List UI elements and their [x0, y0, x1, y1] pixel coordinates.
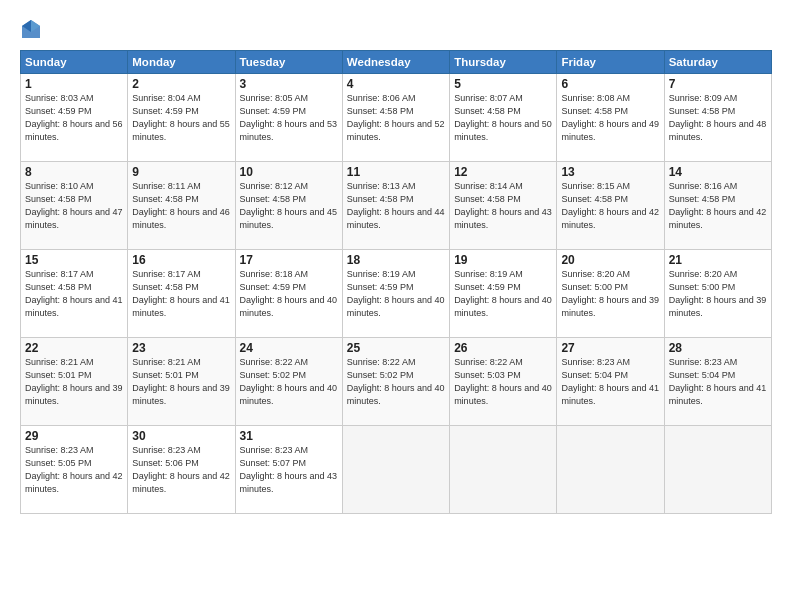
day-number: 16 [132, 253, 230, 267]
day-number: 17 [240, 253, 338, 267]
day-info: Sunrise: 8:23 AMSunset: 5:04 PMDaylight:… [669, 357, 767, 406]
table-row: 31 Sunrise: 8:23 AMSunset: 5:07 PMDaylig… [235, 426, 342, 514]
day-info: Sunrise: 8:13 AMSunset: 4:58 PMDaylight:… [347, 181, 445, 230]
day-info: Sunrise: 8:16 AMSunset: 4:58 PMDaylight:… [669, 181, 767, 230]
day-info: Sunrise: 8:14 AMSunset: 4:58 PMDaylight:… [454, 181, 552, 230]
day-info: Sunrise: 8:22 AMSunset: 5:02 PMDaylight:… [347, 357, 445, 406]
day-number: 25 [347, 341, 445, 355]
table-row: 5 Sunrise: 8:07 AMSunset: 4:58 PMDayligh… [450, 74, 557, 162]
table-row: 17 Sunrise: 8:18 AMSunset: 4:59 PMDaylig… [235, 250, 342, 338]
weekday-header-tuesday: Tuesday [235, 51, 342, 74]
day-info: Sunrise: 8:12 AMSunset: 4:58 PMDaylight:… [240, 181, 338, 230]
day-info: Sunrise: 8:06 AMSunset: 4:58 PMDaylight:… [347, 93, 445, 142]
day-info: Sunrise: 8:10 AMSunset: 4:58 PMDaylight:… [25, 181, 123, 230]
table-row: 3 Sunrise: 8:05 AMSunset: 4:59 PMDayligh… [235, 74, 342, 162]
day-number: 18 [347, 253, 445, 267]
table-row: 26 Sunrise: 8:22 AMSunset: 5:03 PMDaylig… [450, 338, 557, 426]
calendar-week-5: 29 Sunrise: 8:23 AMSunset: 5:05 PMDaylig… [21, 426, 772, 514]
table-row: 9 Sunrise: 8:11 AMSunset: 4:58 PMDayligh… [128, 162, 235, 250]
day-number: 22 [25, 341, 123, 355]
weekday-header-wednesday: Wednesday [342, 51, 449, 74]
day-number: 15 [25, 253, 123, 267]
generalblue-icon [20, 18, 42, 40]
day-number: 26 [454, 341, 552, 355]
table-row: 29 Sunrise: 8:23 AMSunset: 5:05 PMDaylig… [21, 426, 128, 514]
header [20, 18, 772, 40]
table-row: 14 Sunrise: 8:16 AMSunset: 4:58 PMDaylig… [664, 162, 771, 250]
day-number: 12 [454, 165, 552, 179]
table-row: 1 Sunrise: 8:03 AMSunset: 4:59 PMDayligh… [21, 74, 128, 162]
day-info: Sunrise: 8:09 AMSunset: 4:58 PMDaylight:… [669, 93, 767, 142]
day-number: 13 [561, 165, 659, 179]
day-info: Sunrise: 8:15 AMSunset: 4:58 PMDaylight:… [561, 181, 659, 230]
day-info: Sunrise: 8:23 AMSunset: 5:04 PMDaylight:… [561, 357, 659, 406]
weekday-header-sunday: Sunday [21, 51, 128, 74]
day-number: 9 [132, 165, 230, 179]
table-row: 7 Sunrise: 8:09 AMSunset: 4:58 PMDayligh… [664, 74, 771, 162]
calendar-week-4: 22 Sunrise: 8:21 AMSunset: 5:01 PMDaylig… [21, 338, 772, 426]
day-info: Sunrise: 8:21 AMSunset: 5:01 PMDaylight:… [25, 357, 123, 406]
table-row: 24 Sunrise: 8:22 AMSunset: 5:02 PMDaylig… [235, 338, 342, 426]
day-number: 3 [240, 77, 338, 91]
day-number: 4 [347, 77, 445, 91]
calendar-week-2: 8 Sunrise: 8:10 AMSunset: 4:58 PMDayligh… [21, 162, 772, 250]
day-number: 2 [132, 77, 230, 91]
day-info: Sunrise: 8:22 AMSunset: 5:02 PMDaylight:… [240, 357, 338, 406]
day-number: 29 [25, 429, 123, 443]
day-info: Sunrise: 8:07 AMSunset: 4:58 PMDaylight:… [454, 93, 552, 142]
page: SundayMondayTuesdayWednesdayThursdayFrid… [0, 0, 792, 612]
table-row: 11 Sunrise: 8:13 AMSunset: 4:58 PMDaylig… [342, 162, 449, 250]
table-row: 27 Sunrise: 8:23 AMSunset: 5:04 PMDaylig… [557, 338, 664, 426]
table-row: 12 Sunrise: 8:14 AMSunset: 4:58 PMDaylig… [450, 162, 557, 250]
day-info: Sunrise: 8:17 AMSunset: 4:58 PMDaylight:… [132, 269, 230, 318]
table-row: 20 Sunrise: 8:20 AMSunset: 5:00 PMDaylig… [557, 250, 664, 338]
table-row [664, 426, 771, 514]
day-number: 24 [240, 341, 338, 355]
day-number: 27 [561, 341, 659, 355]
day-number: 14 [669, 165, 767, 179]
day-number: 7 [669, 77, 767, 91]
day-info: Sunrise: 8:22 AMSunset: 5:03 PMDaylight:… [454, 357, 552, 406]
day-info: Sunrise: 8:19 AMSunset: 4:59 PMDaylight:… [347, 269, 445, 318]
day-info: Sunrise: 8:20 AMSunset: 5:00 PMDaylight:… [669, 269, 767, 318]
day-number: 19 [454, 253, 552, 267]
day-info: Sunrise: 8:04 AMSunset: 4:59 PMDaylight:… [132, 93, 230, 142]
table-row: 23 Sunrise: 8:21 AMSunset: 5:01 PMDaylig… [128, 338, 235, 426]
day-number: 1 [25, 77, 123, 91]
day-info: Sunrise: 8:23 AMSunset: 5:06 PMDaylight:… [132, 445, 230, 494]
table-row: 13 Sunrise: 8:15 AMSunset: 4:58 PMDaylig… [557, 162, 664, 250]
table-row: 19 Sunrise: 8:19 AMSunset: 4:59 PMDaylig… [450, 250, 557, 338]
table-row: 2 Sunrise: 8:04 AMSunset: 4:59 PMDayligh… [128, 74, 235, 162]
day-number: 28 [669, 341, 767, 355]
weekday-header-saturday: Saturday [664, 51, 771, 74]
table-row: 18 Sunrise: 8:19 AMSunset: 4:59 PMDaylig… [342, 250, 449, 338]
day-number: 10 [240, 165, 338, 179]
day-info: Sunrise: 8:20 AMSunset: 5:00 PMDaylight:… [561, 269, 659, 318]
day-info: Sunrise: 8:18 AMSunset: 4:59 PMDaylight:… [240, 269, 338, 318]
table-row [450, 426, 557, 514]
day-number: 21 [669, 253, 767, 267]
day-number: 23 [132, 341, 230, 355]
day-info: Sunrise: 8:03 AMSunset: 4:59 PMDaylight:… [25, 93, 123, 142]
day-number: 31 [240, 429, 338, 443]
table-row: 4 Sunrise: 8:06 AMSunset: 4:58 PMDayligh… [342, 74, 449, 162]
day-number: 20 [561, 253, 659, 267]
table-row: 30 Sunrise: 8:23 AMSunset: 5:06 PMDaylig… [128, 426, 235, 514]
day-number: 6 [561, 77, 659, 91]
day-info: Sunrise: 8:11 AMSunset: 4:58 PMDaylight:… [132, 181, 230, 230]
table-row: 22 Sunrise: 8:21 AMSunset: 5:01 PMDaylig… [21, 338, 128, 426]
table-row: 16 Sunrise: 8:17 AMSunset: 4:58 PMDaylig… [128, 250, 235, 338]
table-row: 10 Sunrise: 8:12 AMSunset: 4:58 PMDaylig… [235, 162, 342, 250]
calendar-week-1: 1 Sunrise: 8:03 AMSunset: 4:59 PMDayligh… [21, 74, 772, 162]
day-number: 11 [347, 165, 445, 179]
day-info: Sunrise: 8:08 AMSunset: 4:58 PMDaylight:… [561, 93, 659, 142]
day-info: Sunrise: 8:23 AMSunset: 5:07 PMDaylight:… [240, 445, 338, 494]
calendar-body: 1 Sunrise: 8:03 AMSunset: 4:59 PMDayligh… [21, 74, 772, 514]
day-info: Sunrise: 8:21 AMSunset: 5:01 PMDaylight:… [132, 357, 230, 406]
calendar-week-3: 15 Sunrise: 8:17 AMSunset: 4:58 PMDaylig… [21, 250, 772, 338]
day-number: 8 [25, 165, 123, 179]
table-row [342, 426, 449, 514]
table-row: 8 Sunrise: 8:10 AMSunset: 4:58 PMDayligh… [21, 162, 128, 250]
table-row [557, 426, 664, 514]
day-info: Sunrise: 8:19 AMSunset: 4:59 PMDaylight:… [454, 269, 552, 318]
